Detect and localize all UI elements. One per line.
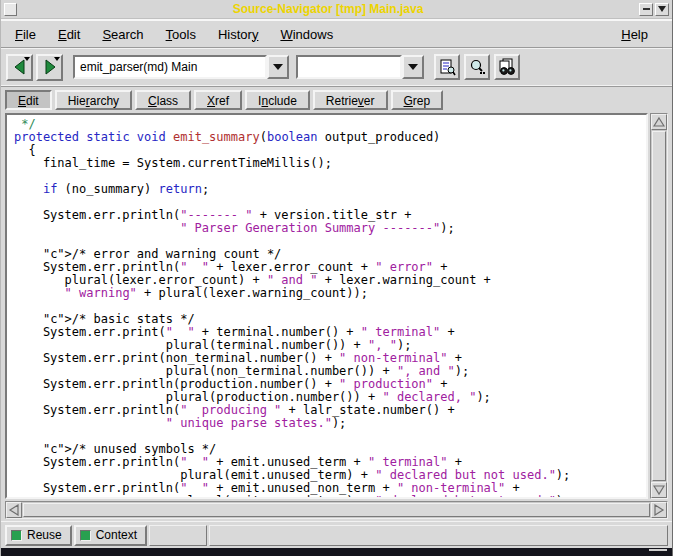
app-window: Source-Navigator [tmp] Main.java FileEdi…	[0, 0, 673, 556]
forward-dropdown-icon	[54, 57, 60, 61]
tab-hierarchy[interactable]: Hierarchy	[55, 90, 132, 110]
window-title: Source-Navigator [tmp] Main.java	[17, 0, 639, 18]
scroll-left-button[interactable]	[6, 502, 22, 518]
context-toggle[interactable]: Context	[74, 525, 147, 546]
code-line: if (no_summary) return;	[14, 183, 646, 196]
tab-include[interactable]: Include	[245, 90, 310, 110]
history-back-button[interactable]	[6, 54, 33, 81]
statusbar: Reuse Context	[1, 521, 672, 548]
code-line: plural(emit.unused_term) + " declared bu…	[14, 495, 646, 499]
titlebar[interactable]: Source-Navigator [tmp] Main.java	[1, 0, 672, 19]
search-button[interactable]	[464, 54, 490, 80]
search-combobox	[296, 55, 424, 79]
chevron-down-icon	[408, 64, 418, 70]
maximize-icon	[658, 6, 666, 12]
search-magnifier-icon	[468, 58, 487, 77]
minimize-icon	[643, 8, 650, 10]
context-label: Context	[96, 528, 137, 542]
context-checkbox-indicator	[80, 530, 91, 541]
menu-edit[interactable]: Edit	[52, 25, 86, 44]
code-line: " unique parse states.");	[14, 417, 646, 430]
toolbar: emit_parser(md) Main	[1, 47, 672, 87]
minimize-button[interactable]	[639, 3, 653, 16]
back-dropdown-icon	[24, 57, 30, 61]
code-line: final_time = System.currentTimeMillis();	[14, 157, 646, 170]
reuse-toggle[interactable]: Reuse	[5, 525, 72, 546]
tab-xref[interactable]: Xref	[194, 90, 242, 110]
grep-binoculars-icon	[498, 58, 517, 77]
tab-edit[interactable]: Edit	[5, 90, 52, 110]
symbol-combobox-input[interactable]: emit_parser(md) Main	[73, 55, 267, 79]
menu-search[interactable]: Search	[96, 25, 149, 44]
history-back-icon	[11, 58, 29, 76]
menu-file[interactable]: File	[9, 25, 42, 44]
tab-grep[interactable]: Grep	[391, 90, 444, 110]
editor-document-icon	[438, 58, 457, 77]
menu-history[interactable]: History	[212, 25, 264, 44]
code-line: " warning" + plural(lexer.warning_count)…	[14, 287, 646, 300]
view-tabs: EditHierarchyClassXrefIncludeRetrieverGr…	[1, 87, 672, 110]
search-combobox-input[interactable]	[296, 55, 402, 79]
reuse-label: Reuse	[27, 528, 62, 542]
resize-grip[interactable]	[649, 549, 667, 556]
editor-frame: */protected static void emit_summary(boo…	[1, 110, 672, 521]
horizontal-scrollbar-thumb[interactable]	[23, 503, 650, 517]
tab-class[interactable]: Class	[135, 90, 191, 110]
reuse-checkbox-indicator	[11, 530, 22, 541]
arrow-left-icon	[8, 504, 20, 516]
menu-windows[interactable]: Windows	[274, 25, 339, 44]
code-line: protected static void emit_summary(boole…	[14, 131, 646, 144]
scroll-up-button[interactable]	[651, 114, 667, 130]
search-combobox-dropdown-button[interactable]	[402, 55, 424, 79]
arrow-down-icon	[653, 484, 665, 496]
horizontal-scrollbar[interactable]	[5, 501, 668, 519]
symbol-combobox-dropdown-button[interactable]	[267, 55, 289, 79]
grep-button[interactable]	[494, 54, 520, 80]
arrow-right-icon	[653, 504, 665, 516]
maximize-button[interactable]	[655, 3, 669, 16]
tab-retriever[interactable]: Retriever	[313, 90, 388, 110]
vertical-scrollbar-thumb[interactable]	[652, 131, 666, 481]
symbol-combobox: emit_parser(md) Main	[73, 55, 289, 79]
menubar: FileEditSearchToolsHistoryWindows Help	[1, 19, 672, 47]
history-forward-button[interactable]	[36, 54, 63, 81]
scroll-right-button[interactable]	[651, 502, 667, 518]
chevron-down-icon	[273, 64, 283, 70]
vertical-scrollbar[interactable]	[650, 113, 668, 499]
status-panel-1	[149, 525, 207, 546]
menu-help[interactable]: Help	[615, 25, 654, 44]
menu-tools[interactable]: Tools	[160, 25, 202, 44]
window-menu-icon[interactable]	[4, 3, 17, 16]
history-forward-icon	[41, 58, 59, 76]
arrow-up-icon	[653, 116, 665, 128]
window-resize-edge[interactable]	[1, 548, 672, 556]
code-line: " Parser Generation Summary -------");	[14, 222, 646, 235]
code-editor[interactable]: */protected static void emit_summary(boo…	[5, 113, 648, 499]
scroll-down-button[interactable]	[651, 482, 667, 498]
status-panel-2	[209, 525, 668, 546]
editor-button[interactable]	[434, 54, 460, 80]
